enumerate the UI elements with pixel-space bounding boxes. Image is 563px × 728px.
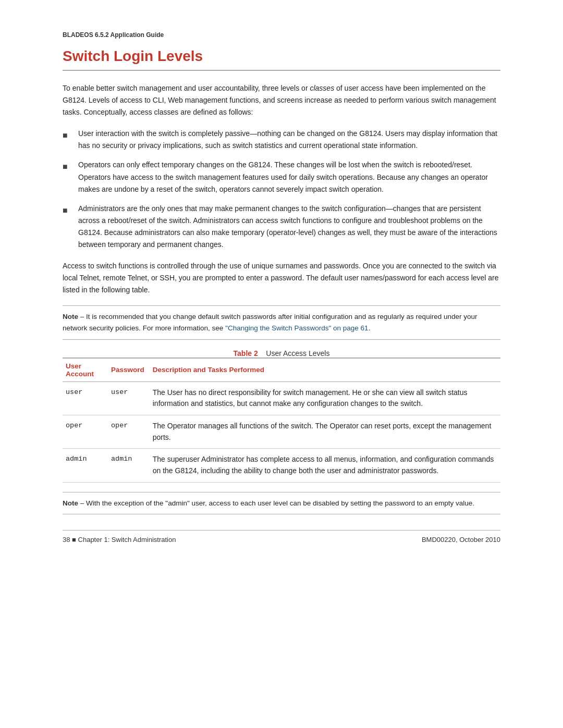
table-cell-password: user — [108, 381, 150, 415]
access-paragraph: Access to switch functions is controlled… — [63, 260, 500, 296]
table-row: adminadminThe superuser Administrator ha… — [63, 449, 500, 482]
table-label: Table 2 — [234, 349, 258, 357]
bullet-list: ■ User interaction with the switch is co… — [63, 128, 500, 251]
table-cell-description: The Operator manages all functions of th… — [150, 415, 500, 448]
bullet-text-admin: Administrators are the only ones that ma… — [78, 203, 500, 251]
table-cell-description: The User has no direct responsibility fo… — [150, 381, 500, 415]
note2-label: Note — [63, 499, 78, 507]
note-block-1: Note – It is recommended that you change… — [63, 305, 500, 339]
note2-dash: – — [80, 499, 86, 507]
table-cell-account: admin — [63, 449, 108, 482]
bullet-item-user: ■ User interaction with the switch is co… — [63, 128, 500, 152]
footer-left: 38 ■ Chapter 1: Switch Administration — [63, 536, 176, 544]
bullet-icon-admin: ■ — [63, 204, 74, 217]
table-cell-password: admin — [108, 449, 150, 482]
col-header-password: Password — [108, 358, 150, 382]
table-name — [260, 349, 264, 357]
note1-dash: – — [80, 313, 86, 320]
footer-right: BMD00220, October 2010 — [422, 536, 500, 544]
table-cell-account: user — [63, 381, 108, 415]
note2-text: With the exception of the "admin" user, … — [86, 499, 474, 507]
col-header-account: User Account — [63, 358, 108, 382]
table-header-row: User Account Password Description and Ta… — [63, 358, 500, 382]
bullet-item-admin: ■ Administrators are the only ones that … — [63, 203, 500, 251]
app-guide-label: BLADEOS 6.5.2 Application Guide — [63, 31, 500, 39]
table-cell-account: oper — [63, 415, 108, 448]
bullet-text-user: User interaction with the switch is comp… — [78, 128, 500, 152]
page-title: Switch Login Levels — [63, 48, 500, 71]
table-cell-description: The superuser Administrator has complete… — [150, 449, 500, 482]
note1-link[interactable]: "Changing the Switch Passwords" on page … — [225, 324, 369, 332]
note1-period: . — [369, 324, 371, 332]
bullet-icon-user: ■ — [63, 129, 74, 142]
note1-label: Note — [63, 313, 78, 320]
user-access-table: User Account Password Description and Ta… — [63, 357, 500, 483]
note-block-2: Note – With the exception of the "admin"… — [63, 492, 500, 515]
table-caption: Table 2 User Access Levels — [63, 349, 500, 357]
table-row: operoperThe Operator manages all functio… — [63, 415, 500, 448]
col-header-description: Description and Tasks Performed — [150, 358, 500, 382]
bullet-text-operator: Operators can only effect temporary chan… — [78, 159, 500, 195]
bullet-icon-operator: ■ — [63, 160, 74, 174]
table-caption-name: User Access Levels — [266, 349, 329, 357]
page-container: BLADEOS 6.5.2 Application Guide Switch L… — [0, 0, 563, 575]
intro-paragraph: To enable better switch management and u… — [63, 82, 500, 118]
bullet-item-operator: ■ Operators can only effect temporary ch… — [63, 159, 500, 195]
page-footer: 38 ■ Chapter 1: Switch Administration BM… — [63, 530, 500, 544]
table-row: useruserThe User has no direct responsib… — [63, 381, 500, 415]
table-cell-password: oper — [108, 415, 150, 448]
